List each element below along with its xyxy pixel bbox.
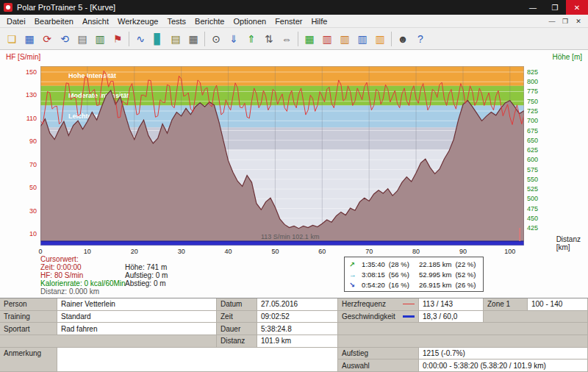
arrow-up-down-icon[interactable]: ⇅ <box>260 30 278 48</box>
menu-item-werkzeuge[interactable]: Werkzeuge <box>113 16 162 26</box>
training-value: Standard <box>57 311 217 323</box>
elevation-aufstieg: Aufstieg: 0 m <box>125 271 168 279</box>
selection-row-ascent: ↗1:35:40(28 %)22.185 km(22 %) <box>349 260 478 268</box>
report-orange-icon[interactable]: ▥ <box>371 30 389 48</box>
dauer-value: 5:38:24.8 <box>257 323 338 335</box>
auswahl-value: 0:00:00 - 5:38:20 (5.38:20 / 101.9 km) <box>419 360 588 372</box>
distanz-label: Distanz <box>217 335 257 348</box>
toolbar-separator <box>204 32 205 46</box>
menu-item-fenster[interactable]: Fenster <box>270 16 306 26</box>
maximize-button[interactable]: ❐ <box>544 0 566 15</box>
segment-distance: 26.915 km <box>418 281 452 289</box>
mdi-window-controls: — ❐ ✕ <box>545 18 588 25</box>
chart-panel: HF [S/min] Höhe [m] Hohe IntensitätModer… <box>0 50 588 254</box>
empty-cell <box>0 335 217 348</box>
selection-row-flat: →3:08:15(56 %)52.995 km(52 %) <box>349 271 478 279</box>
menu-item-hilfe[interactable]: Hilfe <box>306 16 331 26</box>
report-blue-icon[interactable]: ▥ <box>354 30 371 48</box>
report-red-icon[interactable]: ▥ <box>318 30 336 48</box>
segment-distance-percent: (52 %) <box>455 271 478 279</box>
segment-time: 0:54:20 <box>361 281 385 289</box>
altitude-axis-tick: 550 <box>527 176 538 183</box>
calendar-icon[interactable]: ▤ <box>74 30 91 48</box>
hf-axis-tick: 30 <box>15 207 37 215</box>
altitude-axis-tick: 725 <box>527 107 538 115</box>
altitude-axis-label: Höhe [m] <box>552 53 582 61</box>
menu-item-berichte[interactable]: Berichte <box>190 16 229 26</box>
person-value: Rainer Vetterlein <box>57 298 217 311</box>
toolbar-separator <box>391 32 392 46</box>
segment-distance-percent: (22 %) <box>455 260 478 268</box>
close-button[interactable]: ✕ <box>566 0 588 15</box>
mdi-restore-button[interactable]: ❐ <box>559 18 572 25</box>
menu-item-bearbeiten[interactable]: Bearbeiten <box>30 16 78 26</box>
aufstieg-value: 1215 (-0.7%) <box>419 348 588 360</box>
altitude-axis-tick: 500 <box>527 195 538 202</box>
hf-axis-tick: 70 <box>15 161 37 168</box>
zoom-icon[interactable]: ⊙ <box>207 30 225 48</box>
exercise-report-icon[interactable]: ▥ <box>91 30 109 48</box>
ascent-arrow-icon: ↗ <box>349 260 357 268</box>
app-window: Polar ProTrainer 5 - [Kurve] — ❐ ✕ Datei… <box>0 0 588 372</box>
hr-altitude-plot[interactable]: Hohe IntensitätModerate IntensitätLeicht… <box>40 66 524 246</box>
mdi-minimize-button[interactable]: — <box>545 18 559 25</box>
mdi-close-button[interactable]: ✕ <box>572 18 585 25</box>
cursor-calorie-rate: Kalorienrate: 0 kcal/60Min <box>40 279 126 287</box>
help-icon[interactable]: ? <box>412 30 429 48</box>
minimize-button[interactable]: — <box>522 0 544 15</box>
zone-value: 100 - 140 <box>528 298 588 311</box>
geschwindigkeit-value: 18,3 / 60,0 <box>419 311 484 323</box>
segment-time: 3:08:15 <box>361 271 385 279</box>
title-bar: Polar ProTrainer 5 - [Kurve] — ❐ ✕ <box>0 0 588 15</box>
elevation-hoehe: Höhe: 741 m <box>125 263 168 271</box>
samples-grid-icon[interactable]: ▦ <box>184 30 202 48</box>
arrow-up-icon[interactable]: ⇑ <box>243 30 260 48</box>
curve-view-icon[interactable]: ∿ <box>132 30 149 48</box>
open-folder-icon[interactable]: ❏ <box>3 30 21 48</box>
transfer-receive-icon[interactable]: ⟳ <box>38 30 56 48</box>
geschwindigkeit-label: Geschwindigkeit <box>342 312 395 321</box>
sportart-label: Sportart <box>0 323 57 335</box>
x-axis-unit-label: Distanz [km] <box>556 235 581 251</box>
toolbar-separator <box>129 32 129 46</box>
herzfrequenz-label: Herzfrequenz <box>342 300 386 308</box>
speed-line-sample-icon <box>403 315 415 318</box>
toolbar: ❏▦⟳⟲▤▥⚑∿▊▤▦⊙⇓⇑⇅⇔▦▥▥▥▥☻? <box>0 28 588 50</box>
menu-bar: DateiBearbeitenAnsichtWerkzeugeTestsBeri… <box>0 15 588 28</box>
transfer-send-icon[interactable]: ⟲ <box>56 30 74 48</box>
x-axis-unit-line1: Distanz <box>556 235 581 243</box>
hf-axis-tick: 90 <box>15 137 37 145</box>
save-icon[interactable]: ▦ <box>21 30 38 48</box>
persons-icon[interactable]: ☻ <box>394 30 412 48</box>
distanz-value: 101.9 km <box>257 335 338 348</box>
hf-axis-tick: 110 <box>15 115 37 122</box>
menu-item-optionen[interactable]: Optionen <box>229 16 270 26</box>
exercise-info-table: Person Rainer Vetterlein Datum 27.05.201… <box>0 298 588 372</box>
cursor-time: Zeit: 0:00:00 <box>40 263 126 271</box>
anmerkung-label: Anmerkung <box>0 348 57 372</box>
hf-axis-tick: 50 <box>15 184 37 191</box>
altitude-axis-tick: 425 <box>527 224 538 232</box>
flag-icon[interactable]: ⚑ <box>109 30 126 48</box>
hr-line-sample-icon <box>403 304 415 304</box>
bar-view-icon[interactable]: ▊ <box>149 30 167 48</box>
info-strip: Cursorwert: Zeit: 0:00:00 HF: 80 S/min K… <box>0 254 588 298</box>
polar-app-icon <box>4 3 12 12</box>
elevation-abstieg: Abstieg: 0 m <box>125 279 168 287</box>
menu-item-datei[interactable]: Datei <box>2 16 30 26</box>
summary-grid-icon[interactable]: ▦ <box>301 30 318 48</box>
herzfrequenz-label-cell: Herzfrequenz <box>338 298 419 311</box>
report-multi-icon[interactable]: ▥ <box>336 30 354 48</box>
menu-item-ansicht[interactable]: Ansicht <box>78 16 113 26</box>
arrow-left-right-icon[interactable]: ⇔ <box>278 30 295 48</box>
segment-time: 1:35:40 <box>361 260 385 268</box>
zeit-value: 09:02:52 <box>257 311 338 323</box>
lap-times-icon[interactable]: ▤ <box>167 30 184 48</box>
menu-item-tests[interactable]: Tests <box>162 16 190 26</box>
hf-axis-tick: 10 <box>15 230 37 237</box>
arrow-down-icon[interactable]: ⇓ <box>225 30 243 48</box>
segment-distance: 22.185 km <box>418 260 452 268</box>
segment-time-percent: (16 %) <box>389 281 415 289</box>
empty-cell <box>484 311 588 323</box>
anmerkung-field[interactable] <box>57 348 338 372</box>
